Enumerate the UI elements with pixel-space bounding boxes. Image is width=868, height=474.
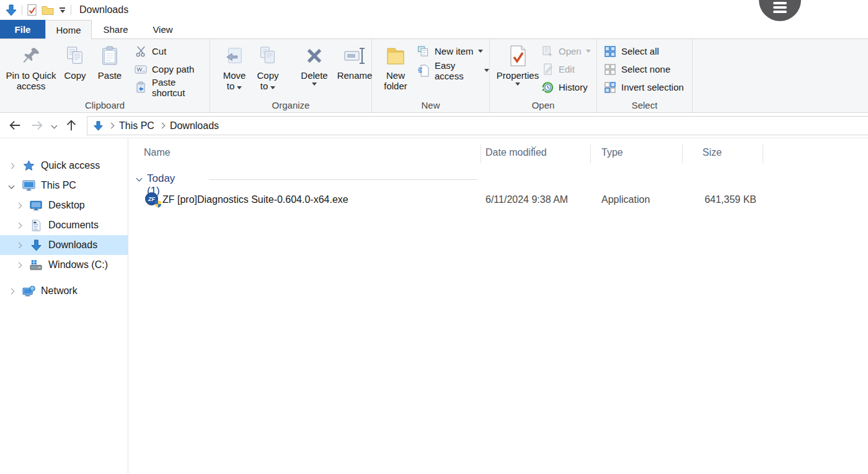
sidebar-item-windows-c[interactable]: Windows (C:) [0, 255, 128, 275]
rename-label: Rename [337, 70, 373, 81]
easy-access-icon [418, 65, 429, 77]
qat-caret-bar [60, 7, 65, 9]
dropdown-caret-icon [478, 50, 483, 53]
breadcrumb-separator-icon[interactable] [108, 123, 115, 129]
column-header-type[interactable]: Type [601, 147, 623, 158]
dropdown-caret-icon [270, 86, 275, 89]
invert-selection-button[interactable]: Invert selection [603, 81, 684, 94]
expand-chevron-icon[interactable] [16, 222, 22, 228]
file-row[interactable]: ZF ZF [pro]Diagnostics Suite-0.604.0-x64… [129, 190, 868, 209]
paste-shortcut-icon [136, 81, 146, 93]
copy-button[interactable]: Copy [58, 39, 92, 96]
forward-button[interactable] [30, 118, 45, 132]
easy-access-label: Easy access [435, 60, 480, 81]
sidebar-label: Network [41, 285, 78, 297]
edit-button[interactable]: Edit [541, 63, 591, 76]
address-bar-row: This PC Downloads [0, 114, 868, 138]
copy-path-button[interactable]: Copy path [134, 63, 210, 76]
file-icon: ZF [145, 192, 159, 206]
delete-label: Delete [301, 70, 327, 81]
pin-to-quick-access-button[interactable]: Pin to Quick access [4, 39, 58, 96]
ribbon-group-open: Properties Open Edit History [490, 39, 597, 112]
group-label-organize: Organize [210, 100, 371, 110]
documents-icon [31, 220, 41, 231]
back-button[interactable] [7, 118, 22, 132]
expand-chevron-icon[interactable] [8, 288, 14, 294]
select-none-icon [604, 64, 616, 75]
sidebar-item-quick-access[interactable]: Quick access [0, 156, 128, 176]
expand-chevron-icon[interactable] [8, 163, 14, 169]
column-separator[interactable] [590, 145, 591, 163]
copy-to-label: Copy to [254, 70, 282, 91]
chevron-down-icon [60, 10, 65, 13]
copy-to-button[interactable]: Copy to [251, 39, 285, 96]
column-separator[interactable] [763, 145, 763, 163]
properties-label: Properties [497, 70, 539, 81]
downloads-icon [30, 239, 42, 251]
windows-drive-icon [30, 260, 42, 271]
column-separator[interactable] [682, 145, 683, 163]
sidebar-item-downloads[interactable]: Downloads [0, 235, 128, 255]
expand-chevron-icon[interactable] [16, 242, 22, 248]
paste-label: Paste [98, 70, 122, 81]
sidebar-item-desktop[interactable]: Desktop [0, 195, 128, 215]
sidebar-label: Desktop [48, 200, 85, 211]
open-label: Open [559, 46, 582, 56]
sidebar-item-documents[interactable]: Documents [0, 215, 128, 235]
collapse-chevron-icon[interactable] [8, 182, 14, 189]
breadcrumb-downloads[interactable]: Downloads [170, 120, 219, 132]
column-header-name[interactable]: Name [144, 147, 170, 158]
group-header-rule [209, 179, 477, 180]
copy-icon [65, 45, 85, 66]
file-date-modified: 6/11/2024 9:38 AM [485, 194, 568, 205]
tab-home[interactable]: Home [45, 20, 92, 39]
select-none-button[interactable]: Select none [603, 63, 684, 76]
column-header-date-modified[interactable]: Date modified [485, 147, 547, 158]
dropdown-caret-icon [484, 69, 489, 72]
pin-to-quick-access-label: Pin to Quick access [5, 70, 57, 91]
properties-qat-icon[interactable] [27, 4, 37, 16]
breadcrumb-this-pc[interactable]: This PC [119, 120, 154, 132]
customize-qat-button[interactable] [58, 6, 66, 14]
tab-view[interactable]: View [140, 20, 186, 38]
new-item-button[interactable]: New item [417, 45, 489, 58]
history-button[interactable]: History [541, 81, 591, 94]
copy-to-icon [258, 46, 278, 66]
ribbon-tabs: File Home Share View [0, 20, 868, 38]
paste-button[interactable]: Paste [92, 39, 128, 96]
move-to-button[interactable]: Move to [218, 39, 251, 96]
tab-file[interactable]: File [0, 20, 45, 38]
sidebar-item-network[interactable]: Network [0, 281, 128, 301]
breadcrumb-separator-icon[interactable] [159, 123, 165, 129]
sidebar-item-this-pc[interactable]: This PC [0, 176, 128, 195]
invert-selection-icon [604, 82, 616, 93]
paste-icon [101, 45, 118, 66]
expand-chevron-icon[interactable] [16, 202, 22, 208]
properties-icon [509, 45, 526, 66]
sidebar-label: Quick access [41, 160, 100, 171]
delete-button[interactable]: Delete [294, 39, 334, 96]
column-header-size[interactable]: Size [702, 147, 722, 158]
tab-share[interactable]: Share [92, 20, 140, 38]
address-box[interactable]: This PC Downloads [87, 116, 868, 135]
easy-access-button[interactable]: Easy access [417, 64, 489, 77]
select-all-button[interactable]: Select all [603, 45, 684, 58]
expand-chevron-icon[interactable] [16, 262, 22, 268]
cut-button[interactable]: Cut [134, 45, 210, 58]
paste-shortcut-button[interactable]: Paste shortcut [134, 81, 210, 94]
column-separator[interactable] [480, 145, 481, 163]
sidebar-label: Windows (C:) [48, 259, 108, 271]
rename-button[interactable]: Rename [334, 39, 375, 96]
history-label: History [559, 82, 588, 92]
new-folder-qat-icon[interactable] [42, 5, 54, 16]
quick-access-toolbar: Downloads [0, 0, 868, 20]
new-folder-button[interactable]: New folder [377, 39, 414, 96]
open-button[interactable]: Open [541, 45, 591, 58]
group-collapse-chevron-icon[interactable] [136, 176, 143, 182]
up-button[interactable] [64, 118, 79, 132]
ribbon: Pin to Quick access Copy Paste Cut [0, 38, 868, 113]
delete-icon [305, 47, 324, 65]
properties-button[interactable]: Properties [496, 39, 539, 96]
recent-locations-button[interactable] [51, 122, 58, 128]
hamburger-icon [773, 2, 787, 13]
